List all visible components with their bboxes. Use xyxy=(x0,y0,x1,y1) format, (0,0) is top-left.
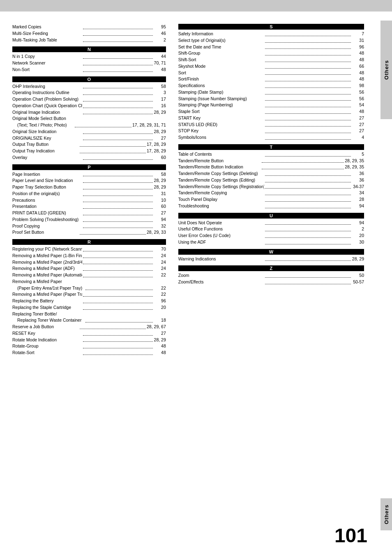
side-tab: Others xyxy=(380,21,392,119)
right-column: S Safety Information 7 Select type of Or… xyxy=(174,24,364,508)
main-content: Marked Copies 95 Multi-Size Feeding 46 M… xyxy=(0,12,380,520)
list-item: Reserve a Job Button 28, 29, 67 xyxy=(12,324,166,330)
section-header-t: T xyxy=(178,144,364,150)
list-item: Operation Chart (Quick Operation Chart) … xyxy=(12,103,166,109)
section-header-r: R xyxy=(12,239,166,245)
list-item: Tandem/Remote Button Indication 28, 29, … xyxy=(178,164,364,170)
list-item: Stamping (Date Stamp) 56 xyxy=(178,89,364,96)
list-item: Multi-Tasking Job Table 2 xyxy=(12,37,166,44)
section-s: S Safety Information 7 Select type of Or… xyxy=(178,24,364,141)
list-item: Proof Copying 32 xyxy=(12,223,166,230)
list-item: Rotate-Sort 48 xyxy=(12,350,166,356)
footer: 101 xyxy=(0,520,392,555)
list-item: PRINT DATA LED (GREEN) 27 xyxy=(12,210,166,216)
top-entries-section: Marked Copies 95 Multi-Size Feeding 46 M… xyxy=(12,24,166,43)
section-header-n: N xyxy=(12,46,166,52)
section-u: U Unit Does Not Operate 94 Useful Office… xyxy=(178,213,364,246)
list-item: START Key 27 xyxy=(178,115,364,122)
list-item: Skyshot Mode 66 xyxy=(178,63,364,70)
list-item: Sort/Finish 48 xyxy=(178,76,364,83)
section-w: W Warning Indications 28, 29 xyxy=(178,249,364,263)
list-item: Tandem/Remote Button 28, 29, 35 xyxy=(178,158,364,164)
list-item: Registering your PC (Network Scanner) 70 xyxy=(12,246,166,253)
list-item: Problem Solving (Troubleshooting) 94 xyxy=(12,216,166,223)
section-z: Z Zoom 50 Zoom/Effects 50-57 xyxy=(178,265,364,286)
list-item: Shift-Group 48 xyxy=(178,50,364,57)
list-item: STOP Key 27 xyxy=(178,128,364,134)
list-item: Tandem/Remote Copy Settings (Registratio… xyxy=(178,184,364,190)
list-item: Rotate Mode Indication 28, 29 xyxy=(12,337,166,343)
list-item: OHP Interleaving 58 xyxy=(12,83,166,90)
list-item: Original Image Indication 28, 29 xyxy=(12,109,166,116)
section-p: P Page Insertion 58 Paper Level and Size… xyxy=(12,164,166,236)
list-item: STATUS LED (RED) 27 xyxy=(178,122,364,128)
list-item: Tandem/Remote Copying 34 xyxy=(178,190,364,196)
list-item: Overlay 60 xyxy=(12,154,166,161)
section-n: N N in 1 Copy 44 Network Scanner 70, 71 … xyxy=(12,46,166,73)
list-item: Table of Contents 5 xyxy=(178,151,364,158)
list-item: Multi-Size Feeding 46 xyxy=(12,30,166,37)
list-item: Removing a Misfed Paper (Automatic Duple… xyxy=(12,272,166,279)
list-item: Touch Panel Display 28 xyxy=(178,196,364,203)
list-item: ORIGINALSIZE Key 27 xyxy=(12,135,166,142)
list-item: N in 1 Copy 44 xyxy=(12,53,166,60)
list-item: Tandem/Remote Copy Settings (Editing) 36 xyxy=(178,177,364,184)
section-r: R Registering your PC (Network Scanner) … xyxy=(12,239,166,356)
list-item: Replacing Toner Bottle/ xyxy=(12,311,166,318)
list-item: Removing a Misfed Paper xyxy=(12,279,166,285)
page-number: 101 xyxy=(334,524,367,547)
list-item: Output Tray Button 17, 28, 29 xyxy=(12,141,166,148)
list-item: (Paper Entry Area/1st Paper Tray) 22 xyxy=(12,285,166,292)
list-item: Removing a Misfed Paper (2nd/3rd/4th Pap… xyxy=(12,259,166,266)
list-item: Non-Sort 48 xyxy=(12,67,166,73)
list-item: Page Insertion 58 xyxy=(12,171,166,178)
list-item: Precautions 10 xyxy=(12,197,166,204)
list-item: Replacing the Staple Cartridge 20 xyxy=(12,304,166,311)
others-label: Others xyxy=(383,504,390,524)
list-item-replacing-toner-waste: Replacing Toner Waste Container 18 xyxy=(12,317,166,324)
section-header-s: S xyxy=(178,24,364,30)
section-header-w: W xyxy=(178,249,364,255)
list-item: Troubleshooting 94 xyxy=(178,203,364,210)
list-item: Sort 48 xyxy=(178,70,364,76)
list-item: Removing a Misfed Paper (Paper Transport… xyxy=(12,291,166,298)
list-item: Marked Copies 95 xyxy=(12,24,166,30)
list-item: Original Mode Select Button xyxy=(12,115,166,122)
list-item: Useful Office Functions 2 xyxy=(178,226,364,233)
list-item: Select type of Original(s) 31 xyxy=(178,37,364,44)
list-item: Proof Set Button 28, 29, 33 xyxy=(12,229,166,236)
list-item: (Text; Text / Photo; Photo) 17, 28, 29, … xyxy=(12,122,166,129)
list-item: RESET Key 27 xyxy=(12,330,166,337)
top-bar xyxy=(0,0,392,12)
list-item: Position of the original(s) 31 xyxy=(12,191,166,197)
list-item: Output Tray Indication 17, 28, 29 xyxy=(12,148,166,154)
list-item: Symbols/Icons 4 xyxy=(178,134,364,141)
list-item: Presentation 60 xyxy=(12,203,166,210)
list-item: Using the ADF 30 xyxy=(178,239,364,246)
list-item: Set the Date and Time 96 xyxy=(178,44,364,51)
list-item: Operation Chart (Problem Solving) 17 xyxy=(12,96,166,103)
list-item: Removing a Misfed Paper (ADF) 24 xyxy=(12,265,166,272)
list-item: User Error Codes (U Code) 20 xyxy=(178,233,364,239)
list-item: Staple Sort 48 xyxy=(178,108,364,115)
page: Others Marked Copies 95 Multi-Size Feedi… xyxy=(0,0,392,555)
list-item: Rotate-Group 48 xyxy=(12,343,166,350)
list-item: Removing a Misfed Paper (1-Bin Finisher)… xyxy=(12,253,166,259)
others-side-tab: Others xyxy=(380,498,392,530)
section-header-p: P xyxy=(12,164,166,170)
side-tab-label: Others xyxy=(383,60,390,80)
list-item: Safety Information 7 xyxy=(178,31,364,37)
section-header-z: Z xyxy=(178,265,364,271)
list-item: Network Scanner 70, 71 xyxy=(12,60,166,67)
list-item: Stamping (Issue Number Stamping) 56 xyxy=(178,96,364,102)
list-item: Paper Tray Selection Button 28, 29 xyxy=(12,184,166,191)
list-item: Shift-Sort 48 xyxy=(178,57,364,63)
list-item: Specifications 98 xyxy=(178,83,364,89)
list-item: Stamping (Page Numbering) 54 xyxy=(178,102,364,108)
list-item: Operating Instructions Outline 3 xyxy=(12,90,166,96)
left-column: Marked Copies 95 Multi-Size Feeding 46 M… xyxy=(12,24,174,508)
section-o: O OHP Interleaving 58 Operating Instruct… xyxy=(12,76,166,161)
list-item: Replacing the Battery 96 xyxy=(12,298,166,304)
list-item: Paper Level and Size Indication 28, 29 xyxy=(12,177,166,184)
section-header-u: U xyxy=(178,213,364,219)
